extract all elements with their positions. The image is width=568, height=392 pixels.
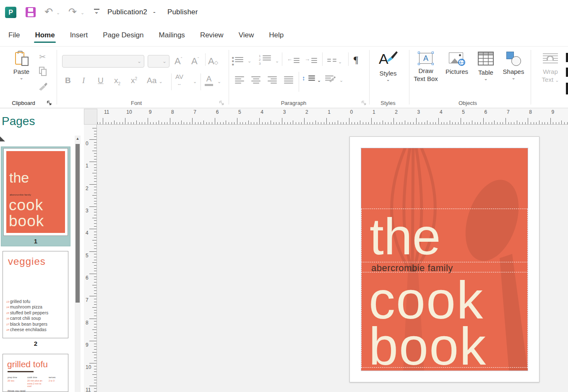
wrap-label: Wrap [543, 68, 558, 75]
vertical-ruler[interactable]: 01234567891011 [84, 125, 97, 392]
font-dialog-launcher-icon[interactable] [219, 100, 225, 106]
bullets-button[interactable]: ■■■ ⌄ [235, 56, 243, 64]
small-divider [322, 52, 323, 66]
pictures-button[interactable]: Pictures [443, 52, 471, 76]
tab-review[interactable]: Review [200, 27, 224, 44]
ruler-corner [84, 109, 97, 125]
paragraph-dialog-launcher-icon[interactable] [361, 100, 367, 106]
page-2-thumbnail-page: veggies 13grilled tofu14mushroom pizza15… [3, 251, 68, 338]
format-painter-icon[interactable] [38, 82, 48, 94]
tab-home[interactable]: Home [35, 27, 55, 44]
recipe-info-columns: prep time20 sec cook time20 min plus an … [8, 376, 65, 388]
draw-text-box-button[interactable]: A DrawText Box [412, 52, 439, 83]
font-color-chevron-icon[interactable]: ⌄ [217, 76, 221, 85]
paste-label: Paste [10, 68, 33, 76]
group-divider [409, 50, 409, 105]
cut-icon[interactable]: ✂ [37, 52, 48, 63]
clipboard-dialog-launcher-icon[interactable] [47, 100, 52, 106]
document-page[interactable]: the abercrombie family cook book [349, 136, 539, 382]
customize-quick-access-icon[interactable]: ⌄ [93, 8, 100, 16]
publisher-app-icon[interactable]: P [5, 7, 16, 18]
character-spacing-button[interactable]: AV↔ [175, 73, 183, 86]
pages-panel-title: Pages [2, 115, 35, 128]
clear-formatting-button[interactable]: A◇ [208, 56, 218, 67]
thumb-title-cook: cook [9, 197, 43, 213]
group-divider [57, 50, 57, 105]
paste-button[interactable]: Paste ⌄ [10, 51, 33, 80]
underline-button[interactable]: U [98, 76, 104, 85]
font-color-button[interactable]: A [205, 74, 213, 86]
line-spacing-button[interactable]: ↕ ⌄ [303, 74, 315, 82]
subscript-button[interactable]: x2 [114, 76, 120, 86]
character-spacing-chevron-icon[interactable]: ⌄ [193, 76, 197, 85]
save-button[interactable] [26, 7, 36, 17]
align-center-button[interactable] [251, 75, 261, 85]
cutoff-ribbon-icon [566, 83, 568, 94]
recipe-list-item: 18cheese enchiladas [6, 327, 48, 332]
veggies-title: veggies [8, 256, 46, 267]
redo-button[interactable]: ↷ [68, 6, 77, 18]
title-bar: P ↶ ⌄ ↷ ⌄ ⌄ Publication2-Publisher [0, 0, 568, 25]
increase-indent-button[interactable]: → [305, 57, 317, 65]
italic-button[interactable]: I [82, 76, 85, 85]
table-button[interactable]: Table ⌄ [474, 52, 497, 81]
title-separator: - [153, 8, 156, 16]
page-1-thumbnail[interactable]: the abercrombie family cook book 1 [1, 146, 70, 246]
grow-font-button[interactable]: Aˆ [175, 56, 182, 67]
page-2-number: 2 [3, 340, 69, 347]
tab-help[interactable]: Help [269, 27, 284, 44]
group-divider [369, 50, 370, 105]
recipe-list-item: 16carrot chili soup [6, 316, 48, 321]
cover-title-the[interactable]: the [370, 211, 441, 262]
undo-dropdown-icon[interactable]: ⌄ [56, 10, 60, 16]
text-autofit-button[interactable]: ⌄ [325, 74, 334, 82]
customize-chevron-icon: ⌄ [93, 10, 100, 14]
show-formatting-marks-button[interactable]: ¶ [354, 54, 358, 65]
decrease-indent-button[interactable]: ← [288, 57, 300, 65]
tab-mailings[interactable]: Mailings [159, 27, 185, 44]
clipboard-group-label: Clipboard [4, 100, 43, 106]
redo-dropdown-icon[interactable]: ⌄ [81, 10, 84, 16]
paste-chevron-icon: ⌄ [10, 76, 33, 80]
table-icon [478, 52, 494, 65]
small-divider [348, 52, 349, 66]
doc-name: Publication2 [107, 8, 147, 16]
cover-design[interactable]: the abercrombie family cook book [361, 148, 528, 371]
collapse-panel-icon[interactable] [0, 136, 5, 141]
tab-view[interactable]: View [239, 27, 254, 44]
tab-page-design[interactable]: Page Design [103, 27, 143, 44]
undo-button[interactable]: ↶ [44, 6, 53, 18]
cover-title-book[interactable]: book [369, 320, 487, 371]
align-left-button[interactable] [235, 75, 244, 85]
copy-icon[interactable] [38, 66, 49, 77]
small-divider [205, 53, 206, 66]
shrink-font-button[interactable]: Aˇ [191, 56, 199, 67]
superscript-button[interactable]: x2 [131, 76, 137, 85]
recipe-list-item: 17black bean burgers [6, 321, 48, 327]
scroll-up-icon[interactable]: ▲ [75, 136, 81, 141]
small-divider [171, 73, 172, 90]
shapes-button[interactable]: Shapes ⌄ [500, 52, 526, 80]
pictures-label: Pictures [443, 68, 471, 76]
publisher-window: P ↶ ⌄ ↷ ⌄ ⌄ Publication2-Publisher FileH… [0, 0, 568, 392]
font-name-combobox[interactable]: ⌄ [62, 55, 144, 68]
tab-file[interactable]: File [8, 27, 20, 44]
change-case-button[interactable]: Aa ⌄ [147, 76, 163, 85]
page-3-thumbnail[interactable]: grilled tofu prep time20 sec cook time20… [3, 354, 68, 392]
align-right-button[interactable] [268, 75, 277, 85]
cutoff-ribbon-icon [566, 53, 568, 62]
font-size-combobox[interactable]: ⌄ [148, 55, 169, 68]
page-2-thumbnail[interactable]: veggies 13grilled tofu14mushroom pizza15… [3, 251, 69, 348]
small-divider [282, 52, 282, 66]
bold-button[interactable]: B [65, 76, 71, 85]
styles-button[interactable]: A Styles ⌄ [376, 51, 400, 81]
objects-group-label: Objects [445, 100, 491, 106]
horizontal-ruler[interactable]: 11109876543210123456789 [97, 109, 568, 125]
wrap-text-button[interactable]: WrapText ⌄ [538, 52, 563, 84]
numbering-button[interactable]: 123 ⌄ [263, 54, 271, 62]
tab-insert[interactable]: Insert [70, 27, 88, 44]
scrollbar-thumb[interactable] [76, 144, 80, 303]
justify-button[interactable] [284, 75, 293, 85]
columns-button[interactable]: ⌄ [327, 57, 342, 65]
pages-scrollbar[interactable]: ▲ [75, 136, 81, 392]
